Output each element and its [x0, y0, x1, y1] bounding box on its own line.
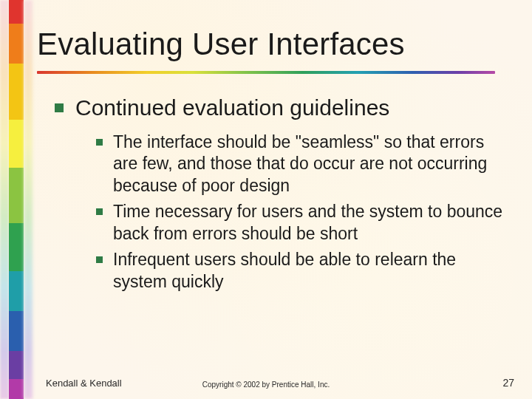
bullet-level2: Infrequent users should be able to relea…	[96, 249, 505, 293]
footer-author: Kendall & Kendall	[46, 378, 122, 389]
square-bullet-icon	[96, 139, 103, 146]
bullet-level2: The interface should be "seamless" so th…	[96, 132, 505, 197]
slide-body: Continued evaluation guidelines The inte…	[55, 95, 505, 297]
square-bullet-icon	[96, 208, 103, 215]
bullet-level1: Continued evaluation guidelines	[55, 95, 505, 121]
bullet-level2: Time necessary for users and the system …	[96, 201, 505, 245]
footer-copyright: Copyright © 2002 by Prentice Hall, Inc.	[202, 381, 330, 389]
bullet-level2-text: Time necessary for users and the system …	[113, 201, 505, 245]
bullet-level1-text: Continued evaluation guidelines	[75, 95, 389, 121]
square-bullet-icon	[55, 103, 64, 112]
bullet-level2-text: Infrequent users should be able to relea…	[113, 249, 505, 293]
square-bullet-icon	[96, 256, 103, 263]
bullet-level2-text: The interface should be "seamless" so th…	[113, 132, 505, 197]
title-underline-decoration	[37, 71, 495, 74]
rainbow-sidebar-decoration	[0, 0, 33, 399]
slide-title: Evaluating User Interfaces	[37, 27, 405, 62]
bullet-level2-list: The interface should be "seamless" so th…	[96, 132, 505, 293]
slide-footer: Kendall & Kendall Copyright © 2002 by Pr…	[0, 374, 532, 389]
presentation-slide: Evaluating User Interfaces Continued eva…	[0, 0, 532, 399]
footer-page-number: 27	[502, 377, 514, 389]
